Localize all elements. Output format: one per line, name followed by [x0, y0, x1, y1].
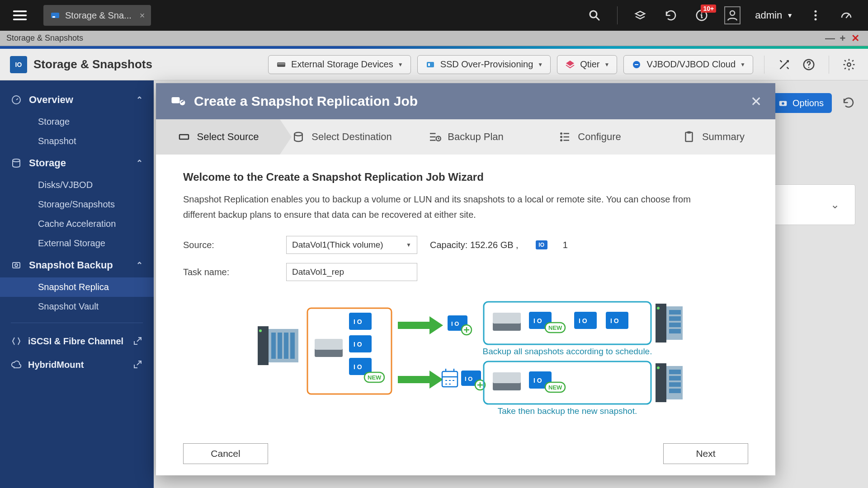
- sidebar-item-storage-snapshots[interactable]: Storage/Snapshots: [0, 195, 154, 214]
- svg-rect-35: [284, 333, 288, 359]
- svg-rect-33: [271, 333, 276, 359]
- info-button[interactable]: 10+: [693, 7, 710, 23]
- svg-rect-29: [685, 132, 692, 141]
- svg-rect-79: [656, 304, 666, 343]
- dashboard-button[interactable]: [838, 7, 854, 23]
- wizard-step-backup-plan[interactable]: Backup Plan: [404, 119, 528, 155]
- sidebar-item-snapshot[interactable]: Snapshot: [0, 131, 154, 151]
- vjbod-icon: [631, 59, 642, 70]
- svg-point-26: [560, 132, 562, 135]
- modal-close-button[interactable]: ✕: [750, 94, 762, 109]
- svg-point-37: [259, 329, 262, 332]
- notification-badge: 10+: [701, 5, 716, 13]
- next-button[interactable]: Next: [663, 443, 748, 464]
- svg-marker-49: [398, 316, 443, 334]
- wizard-step-summary[interactable]: Summary: [651, 119, 775, 155]
- window-minimize[interactable]: —: [824, 33, 836, 44]
- app-title: IO Storage & Snapshots: [10, 56, 152, 73]
- stack-icon: [633, 9, 647, 22]
- configure-icon: [558, 130, 571, 144]
- modal-header: Create a Snapshot Replication Job ✕: [156, 83, 775, 119]
- sidebar-item-storage[interactable]: Storage: [0, 112, 154, 131]
- sidebar: Overview ⌃ Storage Snapshot Storage ⌃ Di…: [0, 80, 154, 488]
- chevron-down-icon: ⌄: [830, 198, 840, 211]
- svg-rect-81: [669, 316, 681, 321]
- hybridmount-icon: [11, 359, 22, 370]
- svg-text:I O: I O: [354, 318, 362, 325]
- svg-text:NEW: NEW: [548, 384, 562, 391]
- ssd-overprovisioning-dropdown[interactable]: SSD Over-Provisioning ▼: [417, 55, 551, 74]
- svg-point-84: [657, 307, 660, 310]
- user-menu[interactable]: admin ▼: [755, 9, 793, 21]
- sidebar-section-storage[interactable]: Storage ⌃: [0, 151, 154, 175]
- wizard-step-select-source[interactable]: Select Source: [156, 119, 280, 155]
- sidebar-item-snapshot-replica[interactable]: Snapshot Replica: [0, 277, 154, 297]
- more-vertical-icon: [809, 9, 822, 22]
- menu-button[interactable]: [0, 0, 40, 31]
- app-title-text: Storage & Snapshots: [33, 57, 152, 71]
- taskname-input[interactable]: [286, 263, 417, 281]
- sidebar-link-hybridmount[interactable]: HybridMount: [0, 353, 154, 376]
- main-refresh-button[interactable]: [842, 96, 855, 111]
- gauge-icon: [840, 9, 853, 22]
- help-icon: [802, 58, 816, 71]
- snapshot-backup-icon: [11, 260, 22, 271]
- caret-down-icon: ▼: [406, 242, 411, 248]
- qtier-icon: [565, 59, 576, 70]
- cancel-button[interactable]: Cancel: [183, 443, 268, 464]
- vjbod-dropdown[interactable]: VJBOD/VJBOD Cloud ▼: [623, 55, 753, 74]
- options-button[interactable]: Options: [770, 93, 832, 113]
- svg-point-22: [180, 100, 185, 105]
- toolbar-wizard-button[interactable]: [775, 56, 793, 74]
- app-tab[interactable]: Storage & Sna... ×: [43, 5, 151, 26]
- app-toolbar: IO Storage & Snapshots External Storage …: [0, 49, 868, 80]
- user-avatar-button[interactable]: [724, 7, 741, 23]
- user-label: admin: [755, 9, 782, 21]
- svg-point-91: [657, 366, 660, 369]
- taskname-label: Task name:: [183, 267, 274, 277]
- refresh-button[interactable]: [663, 7, 679, 23]
- svg-rect-21: [172, 97, 180, 103]
- source-select-value: DataVol1(Thick volume): [292, 240, 383, 250]
- caret-down-icon: ▼: [604, 61, 609, 68]
- wizard-step-select-destination[interactable]: Select Destination: [280, 119, 404, 155]
- svg-text:Take then backup the new snaps: Take then backup the new snapshot.: [498, 406, 637, 416]
- svg-rect-82: [669, 323, 681, 327]
- form-row-taskname: Task name:: [183, 263, 748, 281]
- camera-icon: [778, 98, 788, 108]
- app-icon: IO: [10, 56, 27, 73]
- window-maximize[interactable]: +: [836, 33, 849, 44]
- sidebar-item-external-storage[interactable]: External Storage: [0, 234, 154, 253]
- more-button[interactable]: [807, 7, 824, 23]
- activity-button[interactable]: [632, 7, 648, 23]
- sidebar-link-iscsi[interactable]: iSCSI & Fibre Channel: [0, 329, 154, 353]
- sidebar-overview-label: Overview: [29, 94, 73, 106]
- app-tab-close[interactable]: ×: [140, 10, 145, 21]
- sidebar-section-overview[interactable]: Overview ⌃: [0, 88, 154, 112]
- sidebar-section-snapshot-backup[interactable]: Snapshot Backup ⌃: [0, 253, 154, 277]
- svg-rect-1: [52, 16, 55, 18]
- sidebar-item-snapshot-vault[interactable]: Snapshot Vault: [0, 297, 154, 316]
- source-select[interactable]: DataVol1(Thick volume) ▼: [286, 236, 417, 254]
- caret-down-icon: ▼: [398, 61, 403, 68]
- svg-point-16: [13, 159, 20, 162]
- toolbar-settings-button[interactable]: [840, 56, 858, 74]
- window-title-bar: Storage & Snapshots — + ✕: [0, 31, 868, 46]
- sidebar-item-disks-vjbod[interactable]: Disks/VJBOD: [0, 175, 154, 195]
- qtier-dropdown[interactable]: Qtier ▼: [557, 55, 617, 74]
- caret-down-icon: ▼: [740, 61, 745, 68]
- vjbod-label: VJBOD/VJBOD Cloud: [646, 59, 736, 70]
- modal-footer: Cancel Next: [156, 432, 775, 475]
- wizard-step-configure[interactable]: Configure: [528, 119, 651, 155]
- refresh-icon: [842, 96, 855, 109]
- svg-rect-23: [179, 135, 189, 139]
- window-close[interactable]: ✕: [849, 33, 862, 44]
- os-top-bar: Storage & Sna... × 10+ admin ▼: [0, 0, 868, 31]
- svg-text:I O: I O: [465, 375, 472, 382]
- toolbar-help-button[interactable]: [800, 56, 818, 74]
- replication-icon: [170, 93, 186, 109]
- search-button[interactable]: [586, 7, 603, 23]
- sidebar-item-cache-acceleration[interactable]: Cache Acceleration: [0, 214, 154, 234]
- external-storage-dropdown[interactable]: External Storage Devices ▼: [268, 55, 411, 74]
- wizard-step-label: Configure: [578, 131, 621, 143]
